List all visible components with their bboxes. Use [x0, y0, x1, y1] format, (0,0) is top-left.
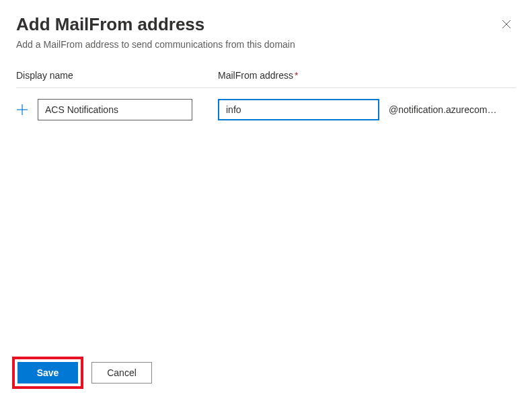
save-button-highlight: Save: [12, 357, 83, 389]
dialog-title: Add MailFrom address: [16, 13, 516, 36]
form-area: Display name MailFrom address* @notifica…: [0, 58, 532, 120]
close-button[interactable]: [500, 17, 513, 31]
display-name-label: Display name: [16, 70, 218, 81]
domain-suffix: @notification.azurecom…: [389, 104, 497, 115]
mailfrom-input[interactable]: [218, 99, 379, 120]
dialog-footer: Save Cancel: [12, 357, 152, 389]
add-row-button[interactable]: [16, 104, 38, 116]
plus-icon: [16, 104, 28, 116]
display-name-input[interactable]: [38, 99, 192, 120]
close-icon: [501, 19, 512, 30]
dialog-subtitle: Add a MailFrom address to send communica…: [16, 39, 516, 50]
dialog-header: Add MailFrom address Add a MailFrom addr…: [0, 0, 532, 58]
mailfrom-label-text: MailFrom address: [218, 70, 293, 81]
required-asterisk: *: [295, 70, 298, 81]
cancel-button[interactable]: Cancel: [91, 362, 152, 384]
mailfrom-label: MailFrom address*: [218, 70, 298, 81]
save-button[interactable]: Save: [17, 362, 78, 384]
column-headers-row: Display name MailFrom address*: [16, 70, 516, 88]
inputs-row: @notification.azurecom…: [16, 92, 516, 120]
